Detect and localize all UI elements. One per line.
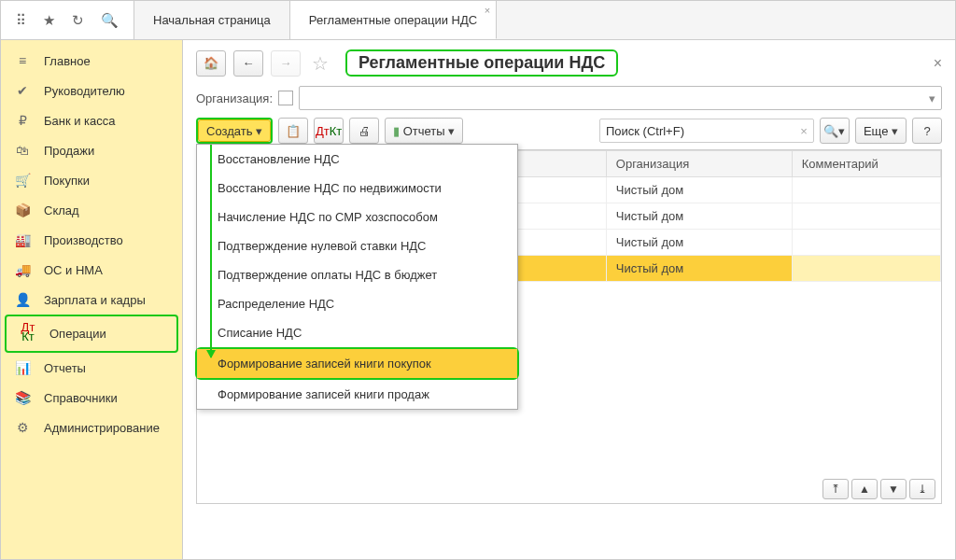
sidebar-label: Отчеты — [44, 361, 86, 375]
sidebar-item-11[interactable]: 📚Справочники — [1, 383, 182, 413]
favorite-icon[interactable]: ☆ — [312, 52, 329, 75]
back-button[interactable]: ← — [233, 50, 263, 77]
nav-last[interactable]: ⤓ — [909, 479, 935, 499]
find-button[interactable]: 🔍▾ — [820, 118, 850, 144]
sidebar-label: Продажи — [44, 144, 94, 158]
sidebar-icon: 📦 — [14, 203, 31, 217]
sidebar-icon: 🛒 — [14, 173, 31, 188]
more-button[interactable]: Еще ▾ — [855, 118, 907, 144]
sidebar-label: Производство — [44, 233, 123, 247]
annotation-arrow — [210, 145, 212, 357]
history-icon[interactable]: ↻ — [72, 12, 84, 29]
org-checkbox[interactable] — [278, 91, 293, 105]
tab-active-label: Регламентные операции НДС — [309, 13, 477, 27]
tab-close-icon[interactable]: × — [485, 5, 490, 16]
sidebar-label: ОС и НМА — [44, 263, 103, 277]
sidebar-label: Склад — [44, 203, 79, 217]
sidebar-icon: ⚙ — [14, 420, 31, 435]
home-button[interactable]: 🏠 — [196, 50, 226, 77]
sidebar-icon: 🛍 — [14, 143, 31, 158]
forward-button[interactable]: → — [271, 50, 301, 77]
sidebar-item-10[interactable]: 📊Отчеты — [1, 353, 182, 383]
page-title: Регламентные операции НДС — [358, 53, 605, 73]
menu-item-6[interactable]: Списание НДС — [197, 318, 517, 347]
page-title-wrap: Регламентные операции НДС — [345, 49, 618, 77]
apps-icon[interactable]: ⠿ — [16, 12, 26, 29]
col-1[interactable]: Организация — [606, 151, 792, 177]
menu-item-8[interactable]: Формирование записей книги продаж — [197, 380, 517, 409]
create-button-wrap: Создать ▾ — [196, 118, 273, 144]
cell: Чистый дом — [606, 230, 792, 256]
print-button[interactable]: 🖨 — [349, 118, 379, 144]
search-input[interactable]: Поиск (Ctrl+F) × — [599, 119, 814, 143]
cell — [792, 256, 940, 282]
nav-up[interactable]: ▲ — [851, 479, 878, 499]
sidebar-item-6[interactable]: 🏭Производство — [1, 225, 182, 255]
create-dropdown: Восстановление НДСВосстановление НДС по … — [196, 144, 518, 410]
cell — [792, 230, 940, 256]
sidebar-icon: 🚚 — [14, 262, 31, 277]
sidebar-icon: 🏭 — [14, 232, 31, 247]
menu-item-5[interactable]: Распределение НДС — [197, 289, 517, 318]
sidebar-label: Справочники — [44, 391, 118, 405]
sidebar-item-3[interactable]: 🛍Продажи — [1, 135, 182, 165]
menu-item-7[interactable]: Формирование записей книги покупок — [197, 349, 517, 378]
sidebar-item-1[interactable]: ✔Руководителю — [1, 76, 182, 105]
sidebar-label: Главное — [44, 54, 91, 68]
cell: Чистый дом — [606, 203, 792, 230]
sidebar: ≡Главное✔Руководителю₽Банк и касса🛍Прода… — [1, 40, 183, 559]
top-icons: ⠿ ★ ↻ 🔍 — [1, 1, 134, 39]
sidebar-item-7[interactable]: 🚚ОС и НМА — [1, 255, 182, 285]
menu-item-2[interactable]: Начисление НДС по СМР хозспособом — [197, 203, 517, 231]
sidebar-icon: 📊 — [14, 360, 31, 375]
sidebar-icon: 👤 — [14, 292, 31, 307]
copy-button[interactable]: 📋 — [278, 118, 308, 144]
cell — [792, 203, 940, 230]
sidebar-label: Операции — [49, 327, 106, 341]
help-button[interactable]: ? — [912, 118, 942, 144]
tab-active[interactable]: Регламентные операции НДС × — [290, 1, 497, 39]
sidebar-label: Зарплата и кадры — [44, 293, 146, 307]
sidebar-icon: ДтКт — [20, 324, 36, 343]
star-icon[interactable]: ★ — [43, 12, 55, 29]
sidebar-item-2[interactable]: ₽Банк и касса — [1, 105, 182, 135]
menu-item-4[interactable]: Подтверждение оплаты НДС в бюджет — [197, 260, 517, 289]
cell: Чистый дом — [606, 256, 792, 282]
sidebar-label: Администрирование — [44, 421, 160, 435]
col-2[interactable]: Комментарий — [792, 151, 940, 177]
org-dropdown[interactable]: ▾ — [299, 86, 942, 110]
content: 🏠 ← → ☆ Регламентные операции НДС × Орга… — [183, 40, 955, 559]
top-bar: ⠿ ★ ↻ 🔍 Начальная страница Регламентные … — [1, 1, 955, 40]
sidebar-icon: ₽ — [14, 113, 31, 128]
nav-down[interactable]: ▼ — [880, 479, 907, 499]
sidebar-item-5[interactable]: 📦Склад — [1, 195, 182, 225]
sidebar-item-12[interactable]: ⚙Администрирование — [1, 413, 182, 442]
menu-item-1[interactable]: Восстановление НДС по недвижимости — [197, 174, 517, 203]
reports-button[interactable]: ▮ Отчеты ▾ — [385, 118, 463, 144]
sidebar-icon: ≡ — [14, 53, 31, 68]
create-button[interactable]: Создать ▾ — [198, 119, 271, 142]
tab-home-label: Начальная страница — [153, 13, 271, 27]
sidebar-icon: ✔ — [14, 83, 31, 98]
nav-first[interactable]: ⤒ — [822, 479, 849, 499]
cell — [792, 177, 940, 203]
sidebar-item-9[interactable]: ДтКтОперации — [5, 315, 178, 353]
table-nav: ⤒ ▲ ▼ ⤓ — [822, 479, 935, 499]
sidebar-item-8[interactable]: 👤Зарплата и кадры — [1, 285, 182, 315]
menu-item-3[interactable]: Подтверждение нулевой ставки НДС — [197, 231, 517, 260]
sidebar-item-0[interactable]: ≡Главное — [1, 46, 182, 76]
tab-home[interactable]: Начальная страница — [134, 1, 290, 39]
search-clear-icon[interactable]: × — [800, 124, 808, 138]
dtkt-button[interactable]: ДтКт — [314, 118, 344, 144]
close-button[interactable]: × — [934, 55, 942, 72]
toolbar: Создать ▾ 📋 ДтКт 🖨 ▮ Отчеты ▾ Поиск (Ctr… — [196, 118, 942, 144]
org-label: Организация: — [196, 91, 273, 105]
cell: Чистый дом — [606, 177, 792, 203]
sidebar-icon: 📚 — [14, 390, 31, 405]
header-row: 🏠 ← → ☆ Регламентные операции НДС × — [196, 49, 942, 77]
search-icon[interactable]: 🔍 — [101, 12, 119, 29]
sidebar-item-4[interactable]: 🛒Покупки — [1, 165, 182, 195]
menu-item-0[interactable]: Восстановление НДС — [197, 145, 517, 174]
search-placeholder: Поиск (Ctrl+F) — [606, 124, 684, 138]
org-filter-row: Организация: ▾ — [196, 86, 942, 110]
